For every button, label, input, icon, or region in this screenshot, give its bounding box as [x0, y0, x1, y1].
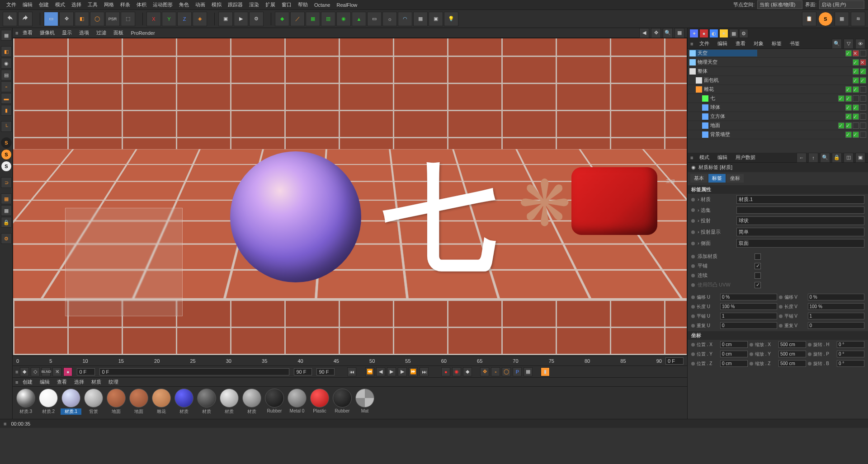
material-swatch[interactable]: 材质.2	[38, 389, 59, 415]
menu-样条[interactable]: 样条	[118, 0, 133, 9]
om-tag-v[interactable]: ✓	[845, 50, 852, 56]
field-缩放 . Y[interactable]: 500 cm	[778, 351, 806, 357]
menu-文件[interactable]: 文件	[4, 0, 19, 9]
om-tag-v[interactable]: ✓	[845, 86, 852, 93]
rec-key-button[interactable]: ●	[441, 367, 450, 376]
lock-button[interactable]: 🔒	[1, 217, 12, 228]
matbar-menu-查看[interactable]: 查看	[54, 378, 70, 386]
om-row[interactable]: 天空✓✕	[688, 49, 868, 58]
om-eye-icon[interactable]: 👁	[855, 39, 865, 49]
menu-体积[interactable]: 体积	[134, 0, 149, 9]
material-swatch[interactable]: 背景	[83, 389, 104, 415]
attr-menu-编辑[interactable]: 编辑	[716, 154, 729, 161]
pla-button[interactable]: ▦	[524, 367, 533, 376]
x-axis-button[interactable]: X	[146, 12, 161, 26]
material-swatch[interactable]: 地面	[128, 389, 149, 415]
scale-key-button[interactable]: ▫	[491, 367, 500, 376]
menu-扩展[interactable]: 扩展	[263, 0, 278, 9]
add-spline-button[interactable]: ／	[290, 12, 305, 26]
menu-RealFlow[interactable]: RealFlow	[334, 1, 360, 9]
om-tag-m[interactable]	[853, 95, 859, 102]
z-axis-button[interactable]: Z	[177, 12, 192, 26]
om-tag-v[interactable]: ✓	[853, 77, 859, 84]
field-缩放 . X[interactable]: 500 cm	[778, 341, 806, 348]
om-tag-v[interactable]: ✓	[853, 68, 859, 75]
rs-icon-1[interactable]: ✦	[689, 29, 698, 38]
menu-窗口[interactable]: 窗口	[279, 0, 294, 9]
field-偏移 V[interactable]: 0 %	[808, 294, 865, 300]
om-tag-c[interactable]: ✓	[853, 131, 859, 138]
render-view-button[interactable]: ▣	[218, 12, 233, 26]
hamburger-icon[interactable]: ≡	[15, 30, 18, 36]
checkbox-连续[interactable]	[755, 272, 761, 279]
edge-mode-button[interactable]: ▬	[1, 93, 12, 104]
attr-tab-坐标[interactable]: 坐标	[726, 174, 744, 183]
field-旋转 . P[interactable]: 0 °	[837, 351, 864, 357]
om-row[interactable]: 物理天空✓✕	[688, 58, 868, 67]
add-scene-button[interactable]: ▲	[352, 12, 366, 26]
om-tag-c[interactable]: ✓	[853, 104, 859, 111]
field-平铺 V[interactable]: 1	[808, 313, 865, 319]
rs-icon-4[interactable]: ☀	[719, 29, 728, 38]
hamburger-icon[interactable]: ≡	[15, 369, 18, 375]
material-swatch[interactable]: Metal 0	[287, 389, 307, 415]
attr-back-icon[interactable]: ←	[797, 153, 807, 163]
vp-menu-摄像机[interactable]: 摄像机	[37, 28, 57, 37]
om-tag-m2[interactable]	[860, 122, 866, 129]
realflow-button[interactable]: ≋	[851, 12, 865, 26]
checkbox-平铺[interactable]: ✓	[755, 263, 761, 269]
material-swatch[interactable]: Rubber	[332, 389, 353, 415]
lasso-button[interactable]: ⬚	[121, 12, 135, 26]
material-swatch[interactable]: 材质.1	[61, 389, 81, 415]
hamburger-icon[interactable]: ≡	[4, 421, 6, 427]
field-位置 . X[interactable]: 0 cm	[720, 341, 748, 348]
om-tag-m[interactable]	[853, 122, 859, 129]
material-swatch[interactable]: 地面	[106, 389, 127, 415]
model-mode-button[interactable]: ▦	[1, 30, 12, 41]
menu-工具[interactable]: 工具	[85, 0, 100, 9]
om-tag-v[interactable]: ✓	[845, 113, 852, 120]
coord-sys-button[interactable]: ◈	[193, 12, 207, 26]
menu-运动图形[interactable]: 运动图形	[150, 0, 175, 9]
add-generator-button[interactable]: ▦	[306, 12, 320, 26]
om-tag-v[interactable]: ✓	[853, 59, 859, 66]
hamburger-icon[interactable]: ≡	[690, 41, 693, 47]
checkbox-添加材质[interactable]	[755, 253, 761, 260]
record-button[interactable]: ●	[63, 367, 72, 376]
menu-模拟[interactable]: 模拟	[209, 0, 224, 9]
field-长度 U[interactable]: 100 %	[720, 303, 777, 310]
field-重复 V[interactable]: 0	[808, 322, 865, 329]
object-manager[interactable]: 天空✓✕物理天空✓✕整体✓✓面包机✓✓雕花✓✓七✓✓球体✓✓立方体✓✓地面✓✓背…	[688, 49, 868, 153]
point-mode-button[interactable]: ▫	[1, 81, 12, 92]
add-field-button[interactable]: ◉	[336, 12, 351, 26]
om-tag-v[interactable]: ✓	[838, 122, 844, 129]
vp-menu-查看[interactable]: 查看	[20, 28, 35, 37]
om-tag-x[interactable]: ✕	[853, 50, 859, 56]
menu-渲染[interactable]: 渲染	[246, 0, 262, 9]
render-pv-button[interactable]: ▶	[234, 12, 248, 26]
material-swatch[interactable]: 材质.3	[15, 389, 36, 415]
vp-menu-显示[interactable]: 显示	[59, 28, 75, 37]
om-search-icon[interactable]: 🔍	[832, 39, 842, 49]
om-menu-文件[interactable]: 文件	[698, 40, 711, 47]
key2-button[interactable]: ◇	[31, 367, 40, 376]
attr-value-投射[interactable]: 球状	[736, 216, 864, 225]
matbar-menu-创建[interactable]: 创建	[20, 378, 35, 386]
menu-模式[interactable]: 模式	[52, 0, 68, 9]
add-sky-button[interactable]: ◠	[398, 12, 412, 26]
keysel-button[interactable]: ◆	[463, 367, 472, 376]
add-light-button[interactable]: ☼	[382, 12, 397, 26]
om-tag-m[interactable]	[860, 86, 866, 93]
attr-max-icon[interactable]: ▣	[855, 153, 865, 163]
menu-选择[interactable]: 选择	[69, 0, 84, 9]
attr-menu-模式[interactable]: 模式	[698, 154, 711, 161]
matbar-menu-选择[interactable]: 选择	[71, 378, 87, 386]
autokey-button[interactable]: ◉	[452, 367, 461, 376]
add-floor-button[interactable]: ▦	[413, 12, 428, 26]
opt-button[interactable]: ▮	[541, 367, 550, 376]
layout-dropdown[interactable]: 启动 (用户)	[819, 0, 864, 9]
om-tag-v[interactable]: ✓	[845, 131, 852, 138]
vp-nav-2[interactable]: ✥	[651, 28, 661, 38]
rotate-tool-button[interactable]: ◯	[90, 12, 104, 26]
prev-key-button[interactable]: ⏪	[365, 367, 374, 376]
